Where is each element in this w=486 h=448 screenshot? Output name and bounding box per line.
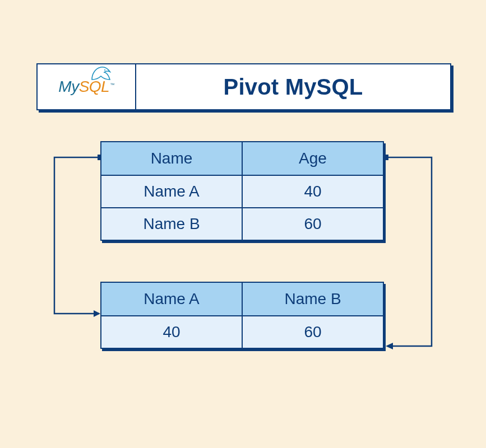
title-bar: MySQL™ Pivot MySQL: [36, 63, 451, 110]
page-title: Pivot MySQL: [224, 74, 363, 100]
svg-point-4: [104, 69, 105, 71]
table-row: Name B 60: [101, 207, 383, 240]
svg-marker-1: [94, 310, 100, 317]
col-header: Name A: [101, 283, 243, 315]
mysql-logo: MySQL™: [38, 64, 136, 109]
svg-marker-3: [386, 343, 393, 349]
dolphin-icon: [91, 65, 111, 82]
cell: Name B: [101, 207, 243, 240]
table-row: Name A 40: [101, 175, 383, 207]
col-header: Age: [243, 142, 383, 175]
cell: 40: [101, 315, 243, 348]
logo-tm: ™: [110, 82, 114, 87]
pivot-table: Name A Name B 40 60: [100, 282, 384, 349]
col-header: Name: [101, 142, 243, 175]
table-row: 40 60: [101, 315, 383, 348]
cell: 60: [243, 207, 383, 240]
source-table: Name Age Name A 40 Name B 60: [100, 141, 384, 241]
col-header: Name B: [243, 283, 383, 315]
table-header-row: Name Age: [101, 142, 383, 175]
cell: 40: [243, 175, 383, 207]
cell: Name A: [101, 175, 243, 207]
table-header-row: Name A Name B: [101, 283, 383, 315]
cell: 60: [243, 315, 383, 348]
logo-text-my: My: [58, 78, 78, 95]
